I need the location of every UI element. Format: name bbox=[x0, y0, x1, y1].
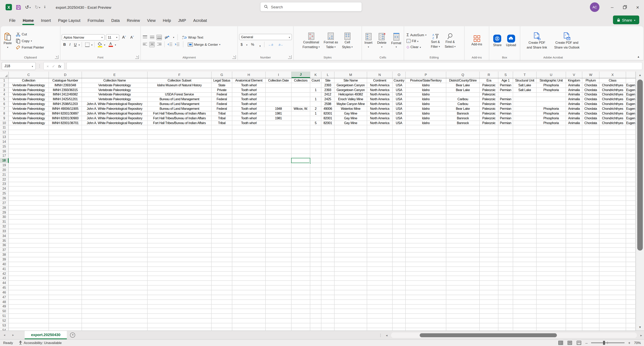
cell-V2[interactable]: Animalia bbox=[566, 83, 582, 88]
cell-R43[interactable] bbox=[480, 276, 498, 281]
cell-U18[interactable] bbox=[536, 158, 566, 163]
cell-I27[interactable] bbox=[266, 201, 292, 206]
cell-J30[interactable] bbox=[292, 215, 310, 220]
column-header-S[interactable]: S bbox=[498, 72, 513, 78]
cell-W9[interactable]: Chordata bbox=[582, 116, 600, 121]
cell-M19[interactable] bbox=[334, 163, 367, 168]
find-select-button[interactable]: Find & Select▾ bbox=[443, 32, 457, 50]
cell-L31[interactable] bbox=[322, 220, 334, 224]
cell-F21[interactable] bbox=[148, 172, 212, 177]
cell-U7[interactable]: Phosphoria bbox=[536, 106, 566, 111]
cell-Q40[interactable] bbox=[446, 262, 480, 267]
cell-S50[interactable] bbox=[498, 309, 513, 314]
cell-J32[interactable] bbox=[292, 224, 310, 229]
cell-I37[interactable] bbox=[266, 248, 292, 253]
cell-G6[interactable]: Federal bbox=[212, 102, 232, 106]
cell-O45[interactable] bbox=[392, 286, 406, 290]
cell-S11[interactable] bbox=[498, 126, 513, 130]
cell-K13[interactable] bbox=[310, 135, 322, 140]
align-middle-button[interactable] bbox=[149, 34, 155, 40]
cell-R2[interactable]: Paleozoic bbox=[480, 83, 498, 88]
cell-F37[interactable] bbox=[148, 248, 212, 253]
row-header-7[interactable]: 7 bbox=[0, 106, 9, 111]
cell-K26[interactable] bbox=[310, 196, 322, 201]
cell-H43[interactable] bbox=[232, 276, 266, 281]
cell-W54[interactable] bbox=[582, 328, 600, 330]
cell-C46[interactable] bbox=[9, 290, 49, 295]
row-header-28[interactable]: 28 bbox=[0, 206, 9, 210]
cell-X12[interactable] bbox=[600, 130, 626, 135]
cell-U50[interactable] bbox=[536, 309, 566, 314]
cell-C38[interactable] bbox=[9, 252, 49, 257]
cell-Q38[interactable] bbox=[446, 252, 480, 257]
cell-V46[interactable] bbox=[566, 290, 582, 295]
cell-H47[interactable] bbox=[232, 295, 266, 300]
cell-D49[interactable] bbox=[49, 304, 82, 309]
cell-S47[interactable] bbox=[498, 295, 513, 300]
cell-H45[interactable] bbox=[232, 286, 266, 290]
cell-W8[interactable]: Chordata bbox=[582, 111, 600, 116]
cell-P13[interactable] bbox=[406, 135, 446, 140]
cell-F18[interactable] bbox=[148, 158, 212, 163]
cell-D53[interactable] bbox=[49, 323, 82, 328]
cell-D2[interactable]: IMNH 2393/348 bbox=[49, 83, 82, 88]
row-header-26[interactable]: 26 bbox=[0, 196, 9, 201]
cell-N10[interactable]: North America bbox=[367, 121, 392, 126]
font-name-select[interactable]: Aptos Narrow▾ bbox=[62, 34, 104, 40]
cell-O5[interactable]: USA bbox=[392, 97, 406, 102]
cell-R6[interactable]: Paleozoic bbox=[480, 102, 498, 106]
cell-T4[interactable] bbox=[513, 92, 536, 97]
cell-P26[interactable] bbox=[406, 196, 446, 201]
cell-O8[interactable]: USA bbox=[392, 111, 406, 116]
cell-H48[interactable] bbox=[232, 300, 266, 304]
cell-W52[interactable] bbox=[582, 318, 600, 323]
cell-J11[interactable] bbox=[292, 126, 310, 130]
cell-Q7[interactable]: Bear Lake bbox=[446, 106, 480, 111]
cell-Y32[interactable] bbox=[626, 224, 636, 229]
cell-L13[interactable] bbox=[322, 135, 334, 140]
cell-K12[interactable] bbox=[310, 130, 322, 135]
cell-E40[interactable] bbox=[82, 262, 148, 267]
cell-G51[interactable] bbox=[212, 314, 232, 318]
cell-C32[interactable] bbox=[9, 224, 49, 229]
cell-R30[interactable] bbox=[480, 215, 498, 220]
cell-R29[interactable] bbox=[480, 210, 498, 215]
cell-P10[interactable]: Idaho bbox=[406, 121, 446, 126]
cell-H20[interactable] bbox=[232, 168, 266, 172]
cell-C42[interactable] bbox=[9, 272, 49, 276]
align-right-button[interactable] bbox=[156, 42, 162, 47]
cell-G23[interactable] bbox=[212, 182, 232, 187]
cell-N22[interactable] bbox=[367, 177, 392, 182]
cell-Y10[interactable]: Eugen bbox=[626, 121, 636, 126]
cell-V19[interactable] bbox=[566, 163, 582, 168]
cell-X44[interactable] bbox=[600, 281, 626, 286]
tab-page-layout[interactable]: Page Layout bbox=[54, 16, 84, 25]
cell-H35[interactable] bbox=[232, 238, 266, 243]
cell-I46[interactable] bbox=[266, 290, 292, 295]
cell-Y44[interactable] bbox=[626, 281, 636, 286]
cell-O37[interactable] bbox=[392, 248, 406, 253]
cell-I11[interactable] bbox=[266, 126, 292, 130]
cell-F10[interactable]: Fort Hall Tribes/Bureau of Indian Affair… bbox=[148, 121, 212, 126]
cell-O28[interactable] bbox=[392, 206, 406, 210]
cell-E41[interactable] bbox=[82, 267, 148, 272]
cell-Y37[interactable] bbox=[626, 248, 636, 253]
cell-N37[interactable] bbox=[367, 248, 392, 253]
cell-W49[interactable] bbox=[582, 304, 600, 309]
cell-M51[interactable] bbox=[334, 314, 367, 318]
cell-K32[interactable] bbox=[310, 224, 322, 229]
cell-S31[interactable] bbox=[498, 220, 513, 224]
cell-Y51[interactable] bbox=[626, 314, 636, 318]
cell-S41[interactable] bbox=[498, 267, 513, 272]
cell-C37[interactable] bbox=[9, 248, 49, 253]
cell-Q51[interactable] bbox=[446, 314, 480, 318]
underline-dropdown-icon[interactable]: ▾ bbox=[78, 43, 80, 46]
zoom-in-button[interactable]: + bbox=[628, 341, 630, 345]
cell-N5[interactable]: North America bbox=[367, 97, 392, 102]
sort-filter-button[interactable]: AZ Sort & Filter▾ bbox=[429, 32, 442, 50]
cell-T2[interactable]: Salt Lake bbox=[513, 83, 536, 88]
cell-O2[interactable]: USA bbox=[392, 83, 406, 88]
cell-U30[interactable] bbox=[536, 215, 566, 220]
cell-X22[interactable] bbox=[600, 177, 626, 182]
cell-F25[interactable] bbox=[148, 192, 212, 196]
